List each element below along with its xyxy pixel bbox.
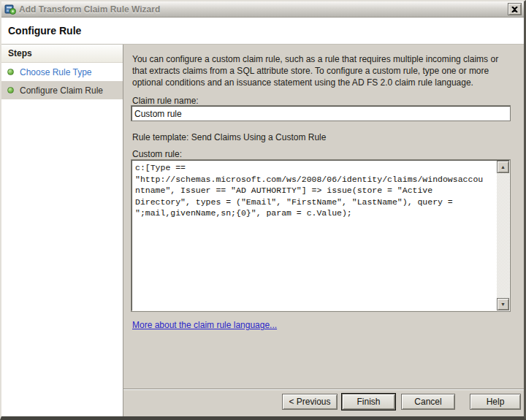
scroll-down-icon[interactable]: ▼	[497, 298, 509, 310]
page-title: Configure Rule	[8, 25, 81, 37]
page-header: Configure Rule	[1, 18, 524, 45]
custom-rule-label: Custom rule:	[132, 149, 182, 159]
previous-button[interactable]: < Previous	[282, 394, 338, 410]
wizard-window: Add Transform Claim Rule Wizard Configur…	[0, 0, 526, 420]
sidebar-item-choose-rule-type[interactable]: Choose Rule Type	[1, 63, 123, 81]
step-bullet-icon	[7, 87, 14, 93]
finish-button[interactable]: Finish	[342, 394, 395, 410]
step-label: Choose Rule Type	[20, 67, 92, 77]
cancel-button[interactable]: Cancel	[401, 394, 455, 410]
claim-rule-language-link[interactable]: More about the claim rule language...	[132, 320, 277, 330]
steps-header: Steps	[1, 45, 123, 63]
close-icon[interactable]	[508, 3, 522, 15]
steps-sidebar: Steps Choose Rule Type Configure Claim R…	[1, 45, 123, 416]
window-title: Add Transform Claim Rule Wizard	[19, 4, 505, 15]
step-bullet-icon	[7, 69, 14, 75]
wizard-body: Steps Choose Rule Type Configure Claim R…	[1, 45, 524, 416]
content-pane: You can configure a custom claim rule, s…	[123, 45, 524, 416]
vertical-scrollbar[interactable]: ▲ ▼	[497, 161, 509, 310]
sidebar-item-configure-claim-rule[interactable]: Configure Claim Rule	[1, 81, 123, 99]
button-bar-divider	[123, 389, 524, 390]
wizard-icon	[4, 4, 16, 15]
claim-rule-name-input[interactable]	[132, 106, 510, 121]
title-bar: Add Transform Claim Rule Wizard	[1, 1, 524, 18]
step-label: Configure Claim Rule	[20, 85, 103, 96]
claim-rule-name-label: Claim rule name:	[132, 96, 199, 106]
help-button[interactable]: Help	[470, 394, 521, 410]
scroll-up-icon[interactable]: ▲	[497, 161, 509, 173]
rule-template-text: Rule template: Send Claims Using a Custo…	[132, 132, 326, 142]
button-bar: < Previous Finish Cancel Help	[282, 394, 521, 410]
custom-rule-textarea[interactable]: c:[Type == "http://schemas.microsoft.com…	[132, 161, 497, 310]
scrollbar-track[interactable]	[497, 173, 509, 298]
description-text: You can configure a custom claim rule, s…	[132, 53, 511, 88]
custom-rule-box: c:[Type == "http://schemas.microsoft.com…	[132, 160, 510, 311]
